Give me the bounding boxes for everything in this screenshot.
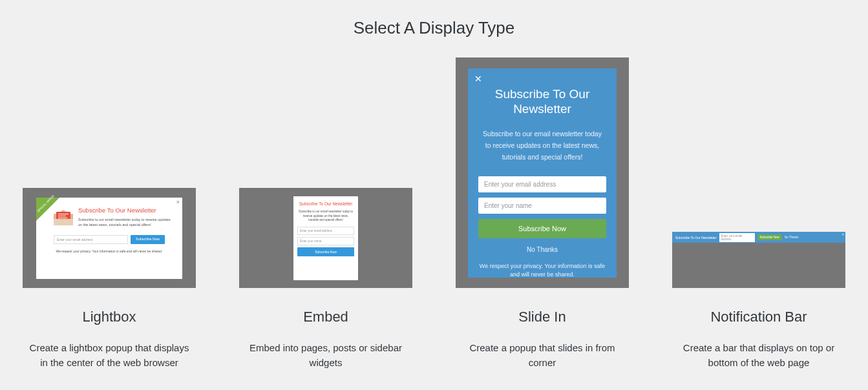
no-thanks-link: No Thanks (478, 246, 606, 253)
lightbox-modal: SPECIAL OFFER × Subscribe To (36, 198, 182, 279)
subscribe-button: Subscribe Now (478, 219, 606, 238)
embed-subtitle: Subscribe to our email newsletter today … (297, 210, 354, 223)
lightbox-subtitle: Subscribe to our email newsletter today … (78, 217, 175, 228)
close-icon: × (176, 199, 180, 205)
name-input: Enter your name (297, 237, 354, 245)
preview-lightbox: SPECIAL OFFER × Subscribe To (23, 188, 196, 288)
option-lightbox[interactable]: SPECIAL OFFER × Subscribe To (22, 188, 196, 370)
embed-title: Subscribe To Our Newsletter (297, 201, 354, 207)
slidein-title: Subscribe To Our Newsletter (478, 87, 606, 118)
option-slidein[interactable]: ✕ Subscribe To Our Newsletter Subscribe … (455, 57, 630, 370)
close-icon: × (842, 232, 844, 236)
notifbar-title: Subscribe To Our Newsletter (675, 236, 717, 240)
option-desc-slidein: Create a popup that slides in from corne… (455, 341, 630, 370)
preview-embed: Subscribe To Our Newsletter Subscribe to… (239, 188, 412, 288)
option-desc-lightbox: Create a lightbox popup that displays in… (22, 341, 196, 370)
option-title-slidein: Slide In (518, 309, 566, 325)
embed-modal: Subscribe To Our Newsletter Subscribe to… (293, 196, 358, 280)
preview-notifbar: Subscribe To Our Newsletter Enter your e… (672, 232, 845, 288)
option-embed[interactable]: Subscribe To Our Newsletter Subscribe to… (238, 188, 413, 370)
subscribe-button: Subscribe Now (757, 234, 782, 240)
display-type-options: SPECIAL OFFER × Subscribe To (0, 57, 868, 370)
email-input: Enter your email address (297, 227, 354, 235)
option-title-embed: Embed (303, 309, 348, 325)
option-desc-notifbar: Create a bar that displays on top or bot… (672, 341, 846, 370)
privacy-text: We respect your privacy. Your informatio… (478, 262, 606, 280)
privacy-text: We respect your privacy. Your informatio… (44, 249, 175, 253)
close-icon: ✕ (474, 74, 482, 84)
name-input: Enter your name (478, 198, 606, 214)
slidein-subtitle: Subscribe to our email newsletter today … (478, 128, 606, 163)
option-notifbar[interactable]: Subscribe To Our Newsletter Enter your e… (672, 232, 846, 370)
notification-bar: Subscribe To Our Newsletter Enter your e… (672, 232, 845, 243)
option-title-notifbar: Notification Bar (710, 309, 807, 325)
no-thanks-link: No Thanks (785, 236, 799, 239)
option-title-lightbox: Lightbox (82, 309, 136, 325)
option-desc-embed: Embed into pages, posts or sidebar widge… (238, 341, 413, 370)
subscribe-button: Subscribe Now (131, 235, 165, 244)
preview-slidein: ✕ Subscribe To Our Newsletter Subscribe … (456, 57, 629, 288)
lightbox-title: Subscribe To Our Newsletter (78, 207, 175, 214)
email-input: Enter your email address (54, 235, 128, 244)
envelope-icon (54, 211, 73, 225)
email-input: Enter your email address (719, 233, 755, 242)
email-input: Enter your email address (478, 176, 606, 192)
slidein-modal: ✕ Subscribe To Our Newsletter Subscribe … (468, 68, 617, 278)
page-title: Select A Display Type (0, 0, 868, 57)
subscribe-button: Subscribe Now (297, 247, 354, 256)
